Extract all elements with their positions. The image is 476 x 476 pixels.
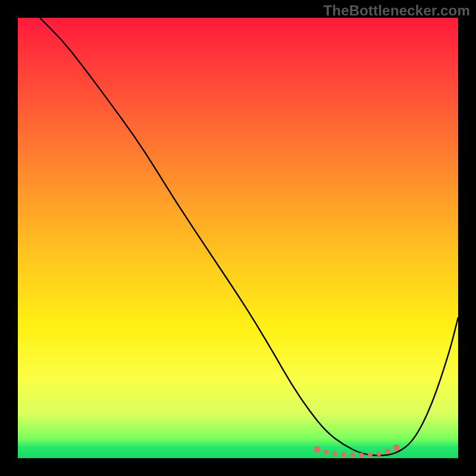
plot-background [18,18,458,458]
watermark-text: TheBottlenecker.com [323,2,470,19]
marker-dot [333,452,337,456]
chart-frame: TheBottlenecker.com [0,0,476,476]
marker-dot [393,444,400,451]
marker-dot [386,449,390,453]
marker-dot [359,453,364,458]
bottleneck-chart [0,0,476,476]
marker-dot [342,452,346,457]
marker-dot [350,453,355,458]
marker-dot [314,446,321,453]
marker-dot [377,452,381,456]
marker-dot [324,450,328,455]
marker-dot [368,452,372,457]
